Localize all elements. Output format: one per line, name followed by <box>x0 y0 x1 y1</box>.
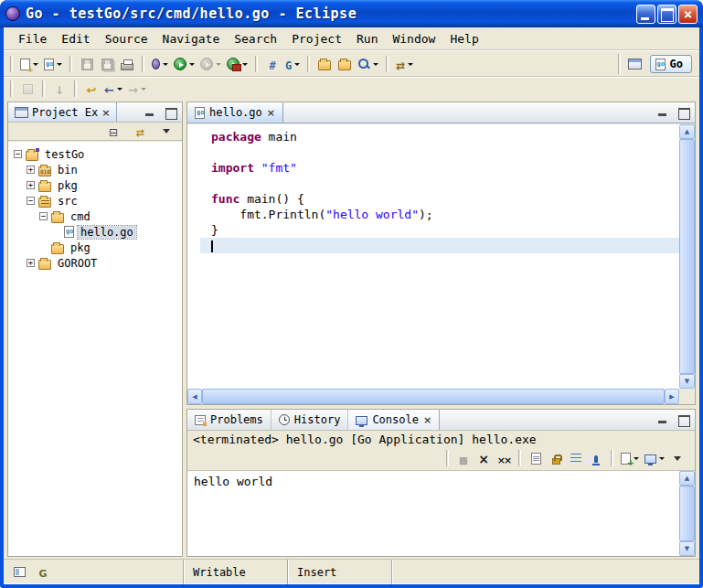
word-wrap-button[interactable] <box>566 448 586 468</box>
collapse-toggle-icon[interactable]: − <box>27 197 35 205</box>
code-line[interactable]: fmt.Println("hello world"); <box>200 207 679 222</box>
menu-help[interactable]: Help <box>442 29 485 48</box>
scroll-lock-button[interactable] <box>546 448 566 468</box>
tree-item-bin[interactable]: +bin <box>8 162 182 177</box>
tree-item-hello.go[interactable]: hello.go <box>8 224 182 240</box>
dropdown-arrow-icon[interactable] <box>57 63 62 66</box>
collapse-all-button[interactable] <box>103 122 123 142</box>
scroll-down-button[interactable] <box>679 541 695 556</box>
code-line[interactable]: package main <box>200 129 679 144</box>
code-line[interactable]: } <box>200 222 679 238</box>
dropdown-arrow-icon[interactable] <box>373 63 378 66</box>
console-output[interactable]: hello world <box>187 471 695 492</box>
scroll-left-button[interactable] <box>187 389 202 404</box>
code-line[interactable]: import "fmt" <box>200 160 679 176</box>
menu-source[interactable]: Source <box>98 29 155 48</box>
perspective-go-button[interactable]: Go <box>650 55 692 73</box>
run-button[interactable] <box>171 54 197 74</box>
view-menu-button[interactable] <box>156 122 176 142</box>
code-line[interactable]: func main() { <box>200 191 679 207</box>
remove-launch-button[interactable] <box>474 448 494 468</box>
dropdown-arrow-icon[interactable] <box>117 88 122 91</box>
expand-toggle-icon[interactable]: + <box>27 181 35 189</box>
code-line[interactable] <box>200 238 679 253</box>
scroll-up-button[interactable] <box>679 124 695 139</box>
code-line[interactable] <box>200 144 679 160</box>
scrollbar-thumb[interactable] <box>679 139 695 374</box>
pin-console-button[interactable] <box>586 448 606 468</box>
scroll-right-button[interactable] <box>665 389 679 404</box>
dropdown-arrow-icon[interactable] <box>242 63 248 66</box>
dropdown-arrow-icon[interactable] <box>659 457 665 460</box>
display-selected-console-button[interactable] <box>642 448 667 468</box>
back-history-button[interactable] <box>101 79 125 99</box>
close-icon[interactable] <box>101 106 110 119</box>
tree-item-src[interactable]: −src <box>8 193 182 208</box>
project-tree[interactable]: −testGo+bin+pkg−src−cmdhello.gopkg+GOROO… <box>8 142 182 556</box>
window-minimize-button[interactable] <box>636 5 655 24</box>
close-icon[interactable] <box>267 106 275 119</box>
team-sync-button[interactable] <box>393 54 416 74</box>
clear-console-button[interactable] <box>526 448 546 468</box>
open-resource-button[interactable] <box>335 54 355 74</box>
collapse-toggle-icon[interactable]: − <box>39 212 48 220</box>
menu-window[interactable]: Window <box>385 29 442 48</box>
tab-project-explorer[interactable]: Project Ex <box>8 102 117 122</box>
scroll-up-button[interactable] <box>679 471 695 486</box>
search-button[interactable] <box>355 54 381 74</box>
fast-view-button[interactable] <box>11 564 27 581</box>
maximize-view-button[interactable] <box>164 105 178 120</box>
titlebar[interactable]: Go - testGo/src/cmd/hello.go - Eclipse <box>0 0 703 27</box>
code-line[interactable] <box>200 176 679 191</box>
tree-item-pkg[interactable]: +pkg <box>8 177 182 193</box>
dropdown-arrow-icon[interactable] <box>163 63 168 66</box>
console-view-menu-button[interactable] <box>667 448 687 468</box>
dropdown-arrow-icon[interactable] <box>294 63 300 66</box>
dropdown-arrow-icon[interactable] <box>189 63 195 66</box>
open-perspective-button[interactable] <box>625 54 645 74</box>
new-go-element-button[interactable] <box>41 54 65 74</box>
go-launch-status-button[interactable] <box>35 564 51 581</box>
last-edit-location-button[interactable] <box>81 79 101 99</box>
tab-console[interactable]: Console <box>348 410 440 430</box>
code-area[interactable]: package mainimport "fmt"func main() { fm… <box>187 124 679 389</box>
open-archive-button[interactable] <box>314 54 335 74</box>
menu-run[interactable]: Run <box>349 29 385 48</box>
maximize-editor-button[interactable] <box>676 105 691 120</box>
expand-toggle-icon[interactable]: + <box>27 259 35 267</box>
tree-item-cmd[interactable]: −cmd <box>8 208 182 224</box>
dropdown-arrow-icon[interactable] <box>141 88 146 91</box>
dropdown-arrow-icon[interactable] <box>408 63 413 66</box>
scrollbar-thumb[interactable] <box>679 486 695 541</box>
tab-problems[interactable]: Problems <box>187 410 272 430</box>
window-maximize-button[interactable] <box>657 5 676 24</box>
menu-navigate[interactable]: Navigate <box>155 29 228 48</box>
scrollbar-thumb[interactable] <box>202 389 665 404</box>
tab-history[interactable]: History <box>272 410 349 430</box>
dropdown-arrow-icon[interactable] <box>216 63 221 66</box>
collapse-toggle-icon[interactable]: − <box>14 150 22 158</box>
tree-item-testGo[interactable]: −testGo <box>8 146 182 162</box>
menu-search[interactable]: Search <box>227 29 284 48</box>
maximize-console-button[interactable] <box>676 412 691 427</box>
debug-button[interactable] <box>149 54 171 74</box>
remove-all-terminated-button[interactable] <box>494 448 514 468</box>
link-with-editor-button[interactable] <box>130 122 150 142</box>
tree-item-GOROOT[interactable]: +GOROOT <box>8 255 182 271</box>
external-tools-button[interactable] <box>224 54 250 74</box>
goclipse-button[interactable] <box>282 54 303 74</box>
dropdown-arrow-icon[interactable] <box>634 457 639 460</box>
tree-item-pkg[interactable]: pkg <box>8 240 182 255</box>
menu-file[interactable]: File <box>11 29 54 48</box>
minimize-console-button[interactable] <box>655 412 670 427</box>
open-console-button[interactable] <box>618 448 642 468</box>
minimize-editor-button[interactable] <box>655 105 670 120</box>
minimize-view-button[interactable] <box>143 105 157 120</box>
menu-project[interactable]: Project <box>284 29 349 48</box>
close-icon[interactable] <box>423 413 431 426</box>
expand-toggle-icon[interactable]: + <box>27 166 35 174</box>
print-button[interactable] <box>117 54 137 74</box>
editor-tab-hello-go[interactable]: hello.go <box>187 102 283 123</box>
new-wizard-button[interactable] <box>17 54 41 74</box>
dropdown-arrow-icon[interactable] <box>33 63 38 66</box>
